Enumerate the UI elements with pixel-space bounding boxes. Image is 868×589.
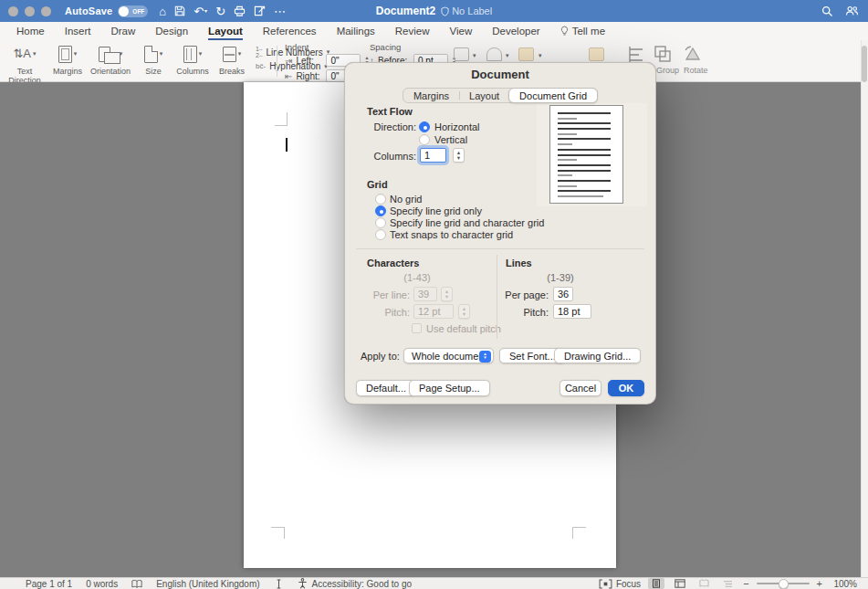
direction-horizontal-radio[interactable]	[419, 121, 430, 132]
tab-review[interactable]: Review	[395, 26, 430, 40]
zoom-in-button[interactable]: +	[817, 578, 822, 589]
zoom-out-button[interactable]: −	[743, 578, 748, 589]
zoom-slider-knob[interactable]	[779, 579, 789, 589]
immersive-reader-view-button[interactable]	[695, 578, 712, 589]
columns-button[interactable]: ▾ Columns	[177, 42, 208, 85]
share-document-icon[interactable]	[254, 5, 266, 16]
drawing-grid-button[interactable]: Drawing Grid...	[554, 348, 641, 363]
page-setup-button[interactable]: Page Setup...	[409, 380, 490, 396]
zoom-level[interactable]: 100%	[830, 579, 857, 589]
specify-line-grid-only-radio[interactable]	[375, 205, 386, 216]
use-default-pitch-checkbox[interactable]	[412, 323, 422, 333]
text-direction-button[interactable]: ⇅A▾ Text Direction	[5, 42, 44, 85]
print-layout-view-button[interactable]	[648, 578, 664, 589]
no-grid-label[interactable]: No grid	[390, 194, 422, 205]
tab-insert[interactable]: Insert	[65, 26, 91, 40]
breaks-button[interactable]: ▾ Breaks	[216, 42, 247, 85]
language-selector[interactable]: English (United Kingdom)	[156, 579, 259, 589]
use-default-pitch-label[interactable]: Use default pitch	[426, 323, 501, 334]
direction-horizontal-label[interactable]: Horizontal	[434, 121, 480, 132]
home-icon[interactable]: ⌂	[159, 5, 166, 17]
preview-text-line	[558, 195, 603, 197]
position-icon[interactable]	[454, 47, 469, 61]
lines-pitch-input[interactable]: 18 pt	[553, 304, 591, 319]
apply-to-dropdown[interactable]: Whole document ▲▼	[403, 348, 494, 363]
margin-crop-mark	[572, 527, 586, 528]
more-commands-icon[interactable]: ⋯	[274, 5, 286, 17]
document-title: Document2	[376, 5, 435, 17]
rotate-icon[interactable]	[683, 45, 703, 63]
window-minimize-button[interactable]	[25, 6, 35, 16]
preview-text-line	[558, 159, 577, 161]
web-layout-view-button[interactable]	[672, 578, 688, 589]
orientation-button[interactable]: ▾ Orientation	[91, 42, 130, 85]
dialog-tab-document-grid[interactable]: Document Grid	[508, 88, 598, 103]
outline-view-button[interactable]	[719, 578, 736, 589]
autosave-toggle[interactable]: OFF	[118, 5, 148, 17]
tell-me-button[interactable]: Tell me	[560, 26, 605, 40]
page-count[interactable]: Page 1 of 1	[26, 579, 72, 589]
text-select-icon[interactable]	[274, 579, 284, 589]
send-backward-icon[interactable]	[589, 47, 604, 61]
default-button[interactable]: Default...	[356, 380, 416, 396]
margin-crop-mark	[284, 527, 285, 539]
tab-mailings[interactable]: Mailings	[337, 26, 375, 40]
undo-icon[interactable]: ↶▾	[193, 5, 207, 17]
direction-vertical-radio[interactable]	[419, 134, 430, 145]
per-page-input[interactable]: 36	[553, 287, 573, 301]
accessibility-status[interactable]: Accessibility: Good to go	[312, 579, 413, 589]
align-icon[interactable]	[628, 46, 648, 64]
tab-references[interactable]: References	[263, 26, 317, 40]
specify-line-and-character-grid-label[interactable]: Specify line grid and character grid	[390, 217, 544, 228]
per-line-stepper[interactable]: ▲▼	[441, 287, 453, 301]
tab-layout[interactable]: Layout	[208, 26, 243, 40]
sensitivity-badge[interactable]: No Label	[441, 5, 492, 16]
window-close-button[interactable]	[8, 6, 18, 16]
print-icon[interactable]	[234, 5, 246, 16]
tab-design[interactable]: Design	[155, 26, 188, 40]
word-count[interactable]: 0 words	[86, 579, 118, 589]
tab-developer[interactable]: Developer	[492, 26, 539, 40]
text-snaps-to-character-grid-radio[interactable]	[375, 229, 386, 240]
chevron-down-icon: ▾	[160, 50, 163, 58]
accessibility-icon[interactable]	[298, 578, 308, 589]
columns-stepper[interactable]: ▲▼	[453, 148, 465, 163]
dialog-tab-margins[interactable]: Margins	[403, 89, 459, 102]
per-line-input[interactable]: 39	[413, 287, 437, 301]
coauthors-icon[interactable]	[845, 5, 859, 16]
columns-input[interactable]: 1	[420, 148, 446, 163]
tab-view[interactable]: View	[450, 26, 473, 40]
specify-line-and-character-grid-radio[interactable]	[375, 217, 386, 228]
word-window: AutoSave OFF ⌂ ↶▾ ↻	[0, 0, 868, 589]
chevron-down-icon: ▾	[74, 50, 78, 58]
group-icon[interactable]	[654, 45, 672, 63]
save-icon[interactable]	[174, 5, 185, 16]
title-bar: AutoSave OFF ⌂ ↶▾ ↻	[0, 0, 868, 22]
vertical-scrollbar[interactable]	[861, 40, 868, 577]
search-icon[interactable]	[821, 5, 833, 17]
characters-pitch-stepper[interactable]: ▲▼	[458, 304, 470, 319]
bring-forward-icon[interactable]	[518, 47, 534, 61]
text-snaps-to-character-grid-label[interactable]: Text snaps to character grid	[390, 229, 513, 240]
tab-draw[interactable]: Draw	[110, 26, 135, 40]
preview-panel	[537, 103, 647, 206]
focus-mode-button[interactable]: Focus	[599, 579, 641, 589]
cancel-button[interactable]: Cancel	[559, 380, 601, 396]
size-button[interactable]: ▾ Size	[138, 42, 169, 85]
zoom-slider[interactable]	[757, 583, 810, 584]
tab-home[interactable]: Home	[16, 26, 45, 40]
ok-button[interactable]: OK	[608, 380, 644, 396]
direction-vertical-label[interactable]: Vertical	[434, 134, 467, 145]
scrollbar-thumb[interactable]	[862, 46, 867, 82]
redo-icon[interactable]: ↻	[215, 5, 225, 17]
characters-pitch-input[interactable]: 12 pt	[413, 304, 454, 319]
proofing-status-icon[interactable]	[131, 579, 142, 589]
window-zoom-button[interactable]	[41, 6, 51, 16]
wrap-text-icon[interactable]	[486, 47, 502, 61]
focus-icon	[599, 579, 612, 589]
dialog-tab-layout[interactable]: Layout	[459, 89, 509, 102]
no-grid-radio[interactable]	[375, 194, 386, 205]
specify-line-grid-only-label[interactable]: Specify line grid only	[390, 205, 482, 216]
indent-right-icon: ⇤	[285, 71, 292, 81]
margins-button[interactable]: ▾ Margins	[52, 42, 83, 85]
